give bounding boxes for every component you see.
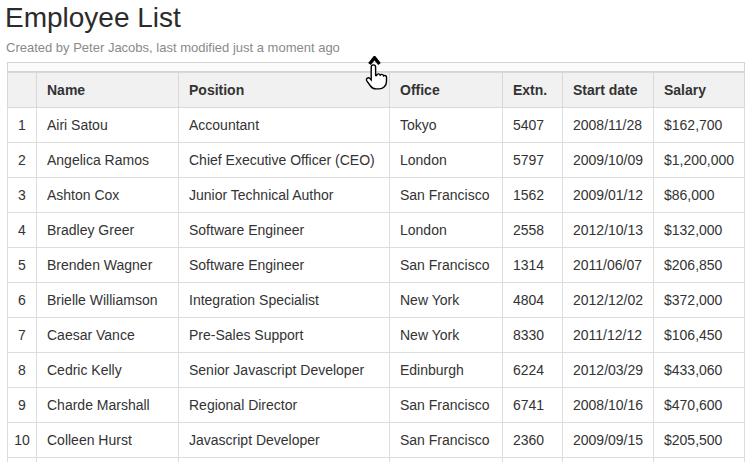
cell-name: Airi Satou bbox=[37, 108, 179, 143]
cell-salary: $206,850 bbox=[654, 248, 745, 283]
cell-salary: $433,060 bbox=[654, 353, 745, 388]
cell-extn bbox=[503, 458, 563, 462]
cell-position: Accountant bbox=[179, 108, 390, 143]
table-top-strip bbox=[7, 62, 745, 72]
cell-name bbox=[37, 458, 179, 462]
employee-table-container: Name Position Office Extn. Start date Sa… bbox=[7, 62, 745, 462]
cell-name: Bradley Greer bbox=[37, 213, 179, 248]
cell-office: New York bbox=[390, 283, 503, 318]
cell-office: London bbox=[390, 143, 503, 178]
cell-index: 6 bbox=[8, 283, 37, 318]
table-row[interactable]: 4 Bradley Greer Software Engineer London… bbox=[8, 213, 745, 248]
table-row[interactable]: 9 Charde Marshall Regional Director San … bbox=[8, 388, 745, 423]
cell-start-date: 2012/12/02 bbox=[563, 283, 654, 318]
cell-index bbox=[8, 458, 37, 462]
table-header: Name Position Office Extn. Start date Sa… bbox=[8, 73, 745, 108]
cell-position bbox=[179, 458, 390, 462]
cell-salary bbox=[654, 458, 745, 462]
cell-index: 8 bbox=[8, 353, 37, 388]
cell-position: Javascript Developer bbox=[179, 423, 390, 458]
cell-office: Edinburgh bbox=[390, 353, 503, 388]
cell-start-date: 2008/11/28 bbox=[563, 108, 654, 143]
column-header-position[interactable]: Position bbox=[179, 73, 390, 108]
table-row[interactable]: 1 Airi Satou Accountant Tokyo 5407 2008/… bbox=[8, 108, 745, 143]
cell-name: Charde Marshall bbox=[37, 388, 179, 423]
cell-extn: 2558 bbox=[503, 213, 563, 248]
column-header-index[interactable] bbox=[8, 73, 37, 108]
cell-index: 1 bbox=[8, 108, 37, 143]
cell-extn: 5797 bbox=[503, 143, 563, 178]
cell-office: San Francisco bbox=[390, 248, 503, 283]
cell-office: Tokyo bbox=[390, 108, 503, 143]
cell-extn: 6741 bbox=[503, 388, 563, 423]
cell-start-date: 2011/06/07 bbox=[563, 248, 654, 283]
cell-start-date: 2008/10/16 bbox=[563, 388, 654, 423]
cell-position: Integration Specialist bbox=[179, 283, 390, 318]
cell-position: Chief Executive Officer (CEO) bbox=[179, 143, 390, 178]
table-row[interactable]: 7 Caesar Vance Pre-Sales Support New Yor… bbox=[8, 318, 745, 353]
cell-name: Caesar Vance bbox=[37, 318, 179, 353]
table-body: 1 Airi Satou Accountant Tokyo 5407 2008/… bbox=[8, 108, 745, 458]
page-header: Employee List Created by Peter Jacobs, l… bbox=[5, 1, 340, 55]
cell-salary: $205,500 bbox=[654, 423, 745, 458]
table-body-partial bbox=[8, 458, 745, 462]
cell-position: Software Engineer bbox=[179, 213, 390, 248]
cell-office: San Francisco bbox=[390, 178, 503, 213]
cell-position: Junior Technical Author bbox=[179, 178, 390, 213]
cell-office: San Francisco bbox=[390, 388, 503, 423]
cell-extn: 8330 bbox=[503, 318, 563, 353]
column-header-name[interactable]: Name bbox=[37, 73, 179, 108]
table-header-row: Name Position Office Extn. Start date Sa… bbox=[8, 73, 745, 108]
cell-start-date: 2009/09/15 bbox=[563, 423, 654, 458]
cell-salary: $132,000 bbox=[654, 213, 745, 248]
table-row[interactable]: 8 Cedric Kelly Senior Javascript Develop… bbox=[8, 353, 745, 388]
table-row[interactable]: 6 Brielle Williamson Integration Special… bbox=[8, 283, 745, 318]
column-header-office[interactable]: Office bbox=[390, 73, 503, 108]
table-row-partial[interactable] bbox=[8, 458, 745, 462]
cell-index: 5 bbox=[8, 248, 37, 283]
cell-extn: 2360 bbox=[503, 423, 563, 458]
column-header-start-date[interactable]: Start date bbox=[563, 73, 654, 108]
cell-index: 7 bbox=[8, 318, 37, 353]
cell-start-date: 2012/10/13 bbox=[563, 213, 654, 248]
table-row[interactable]: 3 Ashton Cox Junior Technical Author San… bbox=[8, 178, 745, 213]
cell-name: Cedric Kelly bbox=[37, 353, 179, 388]
cell-salary: $162,700 bbox=[654, 108, 745, 143]
cell-salary: $106,450 bbox=[654, 318, 745, 353]
cell-name: Brenden Wagner bbox=[37, 248, 179, 283]
cell-name: Ashton Cox bbox=[37, 178, 179, 213]
cell-extn: 1314 bbox=[503, 248, 563, 283]
column-header-salary[interactable]: Salary bbox=[654, 73, 745, 108]
cell-extn: 6224 bbox=[503, 353, 563, 388]
cell-position: Software Engineer bbox=[179, 248, 390, 283]
table-row[interactable]: 5 Brenden Wagner Software Engineer San F… bbox=[8, 248, 745, 283]
page-subtitle: Created by Peter Jacobs, last modified j… bbox=[6, 40, 340, 55]
table-row[interactable]: 2 Angelica Ramos Chief Executive Officer… bbox=[8, 143, 745, 178]
cell-office: New York bbox=[390, 318, 503, 353]
cell-salary: $86,000 bbox=[654, 178, 745, 213]
cell-name: Brielle Williamson bbox=[37, 283, 179, 318]
cell-start-date bbox=[563, 458, 654, 462]
cell-index: 10 bbox=[8, 423, 37, 458]
cell-extn: 4804 bbox=[503, 283, 563, 318]
cell-start-date: 2009/10/09 bbox=[563, 143, 654, 178]
cell-position: Senior Javascript Developer bbox=[179, 353, 390, 388]
employee-table: Name Position Office Extn. Start date Sa… bbox=[7, 72, 745, 462]
cell-index: 9 bbox=[8, 388, 37, 423]
cell-salary: $372,000 bbox=[654, 283, 745, 318]
cell-position: Regional Director bbox=[179, 388, 390, 423]
cell-start-date: 2012/03/29 bbox=[563, 353, 654, 388]
cell-office: San Francisco bbox=[390, 423, 503, 458]
cell-start-date: 2009/01/12 bbox=[563, 178, 654, 213]
table-row[interactable]: 10 Colleen Hurst Javascript Developer Sa… bbox=[8, 423, 745, 458]
cell-salary: $470,600 bbox=[654, 388, 745, 423]
cell-position: Pre-Sales Support bbox=[179, 318, 390, 353]
cell-salary: $1,200,000 bbox=[654, 143, 745, 178]
column-header-extn[interactable]: Extn. bbox=[503, 73, 563, 108]
page-title: Employee List bbox=[5, 1, 340, 35]
cell-office: London bbox=[390, 213, 503, 248]
cell-extn: 5407 bbox=[503, 108, 563, 143]
cell-index: 4 bbox=[8, 213, 37, 248]
cell-index: 2 bbox=[8, 143, 37, 178]
cell-index: 3 bbox=[8, 178, 37, 213]
